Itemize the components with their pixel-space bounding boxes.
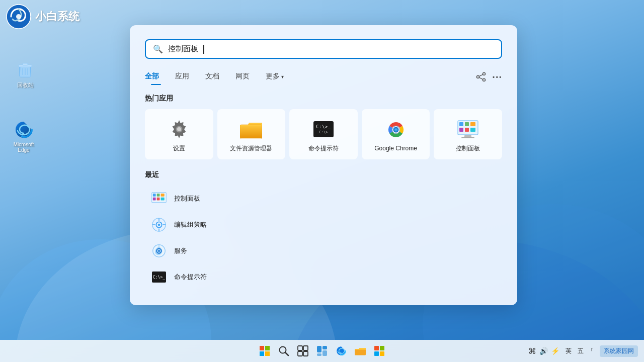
svg-rect-29 [465, 122, 469, 126]
svg-rect-40 [153, 198, 156, 201]
logo-bar: 小白系统 [0, 0, 86, 33]
app-card-settings[interactable]: 设置 [145, 109, 213, 159]
tab-apps[interactable]: 应用 [167, 69, 197, 85]
file-manager-icon [240, 118, 262, 140]
tab-all[interactable]: 全部 [145, 69, 167, 85]
recent-services-label: 服务 [174, 246, 187, 255]
cmd-label: 命令提示符 [308, 144, 339, 153]
app-card-cmd[interactable]: C:\>_ C:\> 命令提示符 [289, 109, 358, 159]
chrome-app-icon [385, 119, 407, 141]
svg-line-16 [479, 77, 484, 79]
recent-control-panel-icon [151, 191, 167, 207]
recent-item-cmd[interactable]: C:\>_ 命令提示符 [145, 264, 502, 290]
svg-line-15 [479, 74, 484, 76]
widgets-button[interactable] [314, 343, 330, 359]
settings-app-icon [168, 118, 190, 140]
settings-label: 设置 [173, 144, 185, 153]
ime-indicator: 五 [578, 347, 584, 355]
svg-rect-30 [470, 122, 475, 126]
svg-rect-61 [303, 346, 308, 350]
recent-item-control-panel[interactable]: 控制面板 [145, 186, 502, 212]
more-options-icon[interactable]: ··· [492, 71, 502, 83]
tab-docs[interactable]: 文档 [197, 69, 227, 85]
taskbar-edge-button[interactable] [333, 343, 349, 359]
share-icon[interactable] [476, 72, 486, 82]
svg-point-52 [158, 250, 160, 252]
desktop-icon-edge[interactable]: MicrosoftEdge [6, 120, 41, 153]
svg-rect-32 [465, 128, 469, 132]
recent-title: 最近 [145, 170, 502, 179]
recent-item-services[interactable]: 服务 [145, 238, 502, 264]
svg-rect-72 [380, 351, 384, 356]
network-icon[interactable]: ⌘ [528, 346, 536, 356]
taskbar-search-button[interactable] [276, 343, 292, 359]
ime-mode: 「 [588, 347, 594, 355]
hot-apps-title: 热门应用 [145, 94, 502, 103]
svg-rect-39 [161, 194, 165, 197]
search-box[interactable]: 🔍 控制面板 [145, 39, 502, 59]
recent-item-group-policy[interactable]: 编辑组策略 [145, 212, 502, 238]
desktop-icon-recycle-bin[interactable]: 回收站 [8, 59, 43, 89]
file-manager-label: 文件资源管理器 [230, 144, 272, 153]
svg-point-26 [393, 127, 398, 133]
svg-point-12 [483, 73, 486, 75]
svg-rect-33 [470, 128, 475, 132]
svg-line-59 [285, 352, 288, 355]
chevron-down-icon: ▾ [281, 74, 284, 79]
svg-rect-55 [265, 346, 270, 350]
tab-more[interactable]: 更多 ▾ [258, 69, 292, 85]
recent-cmd-icon: C:\>_ [151, 269, 167, 285]
cmd-app-icon: C:\>_ C:\> [312, 118, 335, 140]
svg-rect-38 [157, 194, 160, 197]
app-card-control-panel[interactable]: 控制面板 [434, 109, 502, 159]
svg-rect-54 [260, 346, 264, 350]
watermark-badge: 系统家园网 [600, 345, 638, 357]
app-card-chrome[interactable]: Google Chrome [362, 109, 430, 159]
svg-rect-60 [298, 346, 302, 350]
app-card-file-manager[interactable]: 文件资源管理器 [217, 109, 286, 159]
recent-gp-label: 编辑组策略 [174, 220, 207, 229]
svg-rect-8 [23, 63, 28, 65]
svg-rect-21 [240, 125, 262, 138]
taskbar: ⌘ 🔊 ⚡ 英 五 「 系统家园网 [0, 340, 644, 362]
recent-cmd-label: 命令提示符 [174, 273, 207, 282]
taskbar-store-button[interactable] [371, 343, 387, 359]
svg-point-19 [177, 127, 181, 131]
svg-rect-31 [459, 128, 463, 132]
svg-rect-65 [323, 346, 327, 349]
search-magnifier-icon: 🔍 [153, 44, 163, 54]
svg-rect-69 [374, 346, 379, 350]
svg-rect-66 [317, 353, 321, 356]
system-tray-icons: ⌘ 🔊 ⚡ [528, 346, 559, 356]
svg-rect-71 [374, 351, 379, 356]
volume-icon[interactable]: 🔊 [539, 347, 548, 355]
svg-rect-37 [153, 194, 156, 197]
recent-services-icon [151, 243, 167, 259]
text-cursor [203, 45, 204, 54]
svg-rect-70 [380, 346, 384, 350]
site-watermark: 系统家园网 [604, 347, 634, 355]
taskbar-explorer-button[interactable] [352, 343, 368, 359]
svg-rect-64 [317, 346, 321, 352]
recent-list: 控制面板 编辑组策略 [145, 186, 502, 290]
start-button[interactable] [257, 343, 273, 359]
svg-point-13 [477, 76, 479, 78]
edge-icon [14, 120, 34, 140]
tab-web[interactable]: 网页 [227, 69, 258, 85]
svg-rect-35 [461, 137, 474, 138]
svg-rect-62 [298, 351, 302, 356]
svg-point-5 [16, 14, 21, 19]
task-view-button[interactable] [295, 343, 311, 359]
battery-icon[interactable]: ⚡ [551, 347, 559, 355]
recycle-bin-icon [15, 59, 35, 79]
svg-rect-67 [323, 350, 327, 356]
svg-rect-68 [355, 349, 366, 355]
control-panel-icon [457, 118, 479, 140]
tabs-actions: ··· [476, 71, 502, 83]
control-panel-label: 控制面板 [456, 144, 480, 153]
input-method[interactable]: 英 [564, 347, 574, 355]
taskbar-right: ⌘ 🔊 ⚡ 英 五 「 系统家园网 [528, 345, 638, 357]
taskbar-center-icons [257, 343, 387, 359]
recent-gp-icon [151, 217, 167, 233]
svg-rect-63 [303, 351, 308, 356]
